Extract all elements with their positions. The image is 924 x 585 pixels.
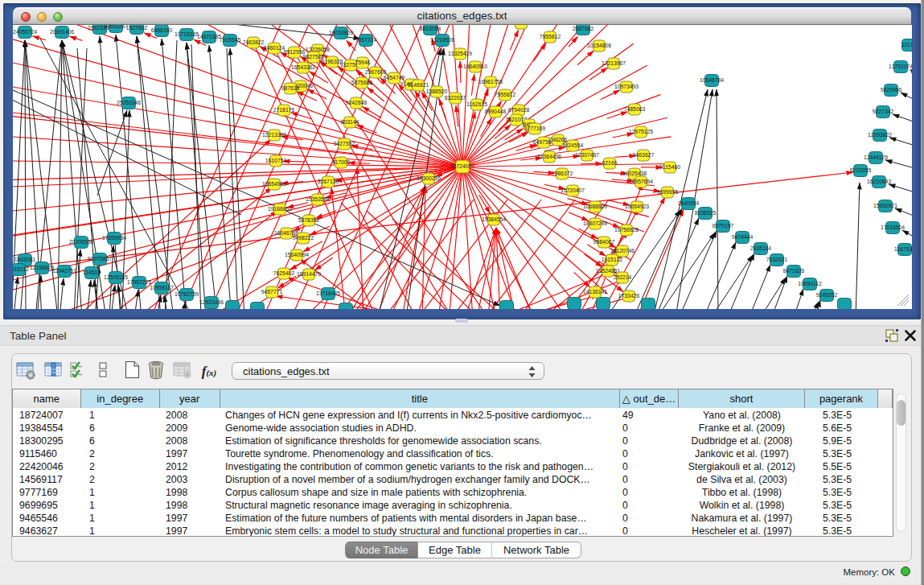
- svg-text:8454749: 8454749: [384, 75, 405, 80]
- svg-text:10154808: 10154808: [587, 43, 611, 48]
- svg-text:16640910: 16640910: [463, 64, 487, 69]
- svg-text:8322037: 8322037: [445, 95, 466, 101]
- svg-text:93975857: 93975857: [88, 256, 112, 262]
- svg-text:1733426: 1733426: [618, 293, 640, 299]
- svg-text:15640994: 15640994: [285, 252, 309, 257]
- svg-text:19384554: 19384554: [482, 216, 506, 222]
- svg-text:9457771: 9457771: [261, 289, 283, 295]
- svg-text:19756928: 19756928: [614, 227, 639, 233]
- svg-text:417006: 417006: [332, 159, 351, 165]
- svg-text:803144: 803144: [341, 119, 359, 125]
- svg-text:19166852: 19166852: [268, 206, 292, 212]
- svg-text:12942757: 12942757: [52, 268, 76, 274]
- svg-text:9498222: 9498222: [293, 235, 314, 241]
- svg-text:13524851: 13524851: [596, 268, 620, 274]
- svg-text:2687682: 2687682: [573, 26, 594, 31]
- svg-text:10961758: 10961758: [509, 25, 533, 26]
- svg-text:8912956: 8912956: [284, 49, 306, 55]
- svg-text:16210643: 16210643: [867, 179, 891, 184]
- svg-text:8990448: 8990448: [485, 109, 507, 114]
- svg-text:7357224: 7357224: [355, 37, 377, 43]
- svg-text:16033809: 16033809: [329, 30, 353, 35]
- svg-text:9245052: 9245052: [816, 292, 838, 298]
- svg-text:8471626: 8471626: [783, 268, 805, 274]
- svg-text:9684067: 9684067: [593, 239, 615, 245]
- svg-text:7986372: 7986372: [552, 171, 573, 176]
- svg-text:15720407: 15720407: [561, 187, 585, 193]
- svg-text:20691406: 20691406: [50, 29, 74, 35]
- svg-text:1843061: 1843061: [14, 257, 36, 262]
- svg-text:18807249: 18807249: [583, 220, 607, 226]
- svg-text:16961758: 16961758: [478, 79, 503, 84]
- svg-text:20206556: 20206556: [69, 239, 93, 245]
- svg-text:10688609: 10688609: [583, 204, 607, 209]
- svg-text:1527602: 1527602: [126, 25, 148, 31]
- svg-text:12975125: 12975125: [629, 129, 653, 134]
- svg-text:252214: 252214: [614, 274, 632, 280]
- svg-text:21364436: 21364436: [537, 154, 561, 159]
- svg-text:1162615: 1162615: [466, 101, 487, 107]
- svg-text:1640994: 1640994: [678, 200, 700, 206]
- svg-text:6794028: 6794028: [508, 107, 530, 113]
- svg-text:7625402: 7625402: [273, 270, 295, 276]
- svg-text:19654923: 19654923: [625, 204, 649, 209]
- svg-text:9427552: 9427552: [334, 141, 355, 146]
- svg-text:9463627: 9463627: [633, 152, 655, 158]
- svg-text:7955812: 7955812: [540, 34, 561, 39]
- svg-text:8938925: 8938925: [695, 210, 717, 216]
- svg-text:9474444: 9474444: [732, 234, 754, 240]
- svg-text:1167534: 1167534: [894, 246, 912, 252]
- svg-text:17016504: 17016504: [881, 225, 905, 230]
- svg-text:1610753: 1610753: [265, 158, 287, 163]
- svg-text:1588520: 1588520: [426, 89, 448, 94]
- svg-text:987638: 987638: [281, 85, 300, 91]
- svg-text:7485063: 7485063: [624, 106, 646, 112]
- svg-text:10958117: 10958117: [150, 285, 174, 290]
- svg-text:8813054: 8813054: [420, 26, 441, 31]
- svg-text:18300295: 18300295: [417, 175, 441, 181]
- svg-text:9699695: 9699695: [657, 189, 679, 195]
- svg-text:12213369: 12213369: [262, 132, 286, 138]
- svg-text:10648784: 10648784: [700, 77, 724, 83]
- svg-text:7955812: 7955812: [495, 92, 516, 97]
- svg-text:13218506: 13218506: [430, 37, 454, 43]
- svg-text:9146821: 9146821: [408, 82, 429, 88]
- svg-text:9242848: 9242848: [346, 100, 368, 105]
- svg-text:1615132: 1615132: [602, 257, 623, 262]
- svg-text:15353594: 15353594: [306, 196, 330, 202]
- svg-text:12923446: 12923446: [199, 299, 224, 305]
- svg-text:10025438: 10025438: [622, 171, 647, 176]
- svg-text:8460124: 8460124: [264, 45, 285, 51]
- svg-text:10654112: 10654112: [798, 281, 822, 286]
- svg-text:16782759: 16782759: [175, 291, 199, 297]
- svg-text:2935114: 2935114: [750, 245, 771, 251]
- svg-text:15692921: 15692921: [873, 203, 897, 208]
- svg-text:12213967: 12213967: [602, 60, 626, 66]
- svg-text:f(x): f(x): [202, 364, 217, 379]
- svg-text:7515545: 7515545: [220, 37, 241, 43]
- svg-text:12444129: 12444129: [864, 154, 888, 160]
- svg-text:16120746: 16120746: [610, 248, 634, 253]
- svg-text:746266: 746266: [549, 137, 568, 142]
- svg-text:12505135: 12505135: [104, 274, 128, 280]
- svg-text:9227342: 9227342: [873, 109, 894, 114]
- svg-text:14671385: 14671385: [197, 34, 221, 39]
- svg-text:9115460: 9115460: [659, 164, 680, 170]
- svg-text:14957694: 14957694: [629, 179, 653, 184]
- svg-text:114519: 114519: [83, 270, 101, 275]
- svg-text:6466160: 6466160: [151, 27, 173, 33]
- svg-text:2967608: 2967608: [365, 69, 387, 75]
- svg-text:18724007: 18724007: [450, 163, 474, 169]
- svg-text:62160: 62160: [602, 160, 618, 166]
- svg-text:9329966: 9329966: [881, 87, 902, 93]
- svg-text:10307487: 10307487: [575, 152, 599, 158]
- svg-text:5878352: 5878352: [298, 217, 320, 223]
- svg-text:75946: 75946: [355, 60, 371, 65]
- svg-text:24055724: 24055724: [13, 29, 37, 35]
- svg-text:10719185: 10719185: [175, 31, 199, 37]
- svg-text:8215955: 8215955: [850, 167, 872, 173]
- svg-text:14136141: 14136141: [583, 289, 607, 295]
- svg-text:10654963: 10654963: [262, 181, 286, 187]
- svg-text:2718176: 2718176: [273, 107, 295, 113]
- svg-text:7463822: 7463822: [243, 39, 265, 45]
